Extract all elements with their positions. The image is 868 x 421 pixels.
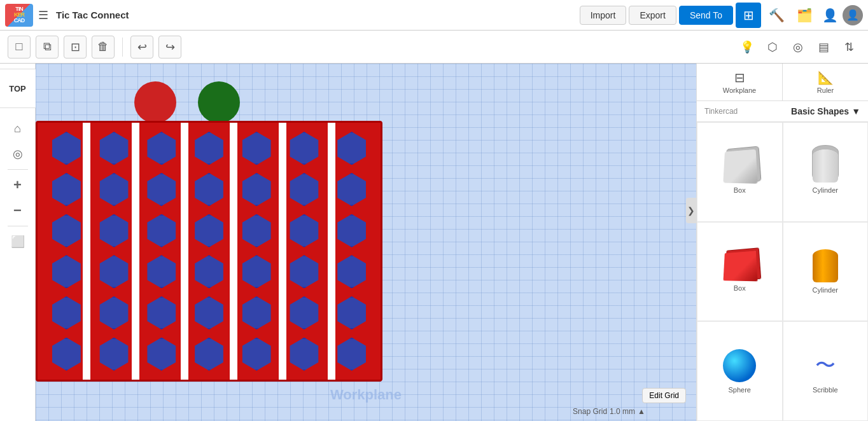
green-piece[interactable] [198, 81, 240, 123]
ortho-icon[interactable]: ⬜ [8, 231, 28, 252]
copy-button[interactable]: ⧉ [36, 36, 59, 59]
hex-cell [186, 211, 232, 250]
new-button[interactable]: □ [8, 36, 31, 59]
cyl-gray-shape [813, 149, 838, 183]
grid-view-icon[interactable]: ⊞ [736, 3, 761, 28]
zoom-in-icon[interactable]: + [8, 175, 28, 195]
toolbar-right-actions: 💡 ⬡ ◎ ▤ ⇅ [725, 36, 860, 59]
shape-box-red[interactable]: Box [697, 222, 783, 322]
hex-cell [329, 294, 374, 333]
ruler-tool-button[interactable]: 📐 Ruler [783, 64, 868, 100]
hex-cell [186, 129, 232, 168]
hex-cell [186, 170, 232, 209]
red-piece[interactable] [134, 81, 176, 123]
hex-hole [97, 255, 130, 288]
delete-button[interactable]: 🗑 [92, 36, 115, 59]
hex-hole [145, 173, 178, 206]
edit-grid-button[interactable]: Edit Grid [642, 388, 686, 403]
hex-hole [50, 173, 83, 206]
project-title: Tic Tac Connect [56, 10, 129, 20]
workplane-tool-button[interactable]: ⊟ Workplane [697, 64, 783, 100]
shapes-header: Tinkercad Basic Shapes ▼ [697, 101, 868, 122]
shape-box-red-label: Box [734, 284, 746, 292]
shape-scribble[interactable]: 〜 Scribble [783, 321, 869, 421]
hex-cell [139, 211, 184, 250]
shape-sphere-blue[interactable]: Sphere [697, 321, 783, 421]
snap-grid-value[interactable]: 1.0 mm [610, 407, 635, 416]
hex-hole [145, 255, 178, 288]
hex-grid [44, 129, 374, 373]
briefcase-icon[interactable]: 🗂️ [792, 3, 817, 28]
hex-hole [335, 338, 368, 371]
hex-cell [329, 170, 374, 209]
hex-hole [97, 338, 130, 371]
shapes-category-label: Tinkercad [704, 107, 738, 116]
canvas-area[interactable]: Workplane Edit Grid Snap Grid 1.0 mm ▲ [36, 64, 696, 421]
hex-hole [50, 255, 83, 288]
document-icon[interactable]: ☰ [38, 8, 48, 22]
shape-icon[interactable]: ⬡ [761, 36, 784, 59]
hex-hole [50, 338, 83, 371]
mirror-icon[interactable]: ⇅ [837, 36, 860, 59]
hex-hole [192, 255, 225, 288]
hex-hole [288, 296, 321, 329]
topbar: TIN KER CAD ☰ Tic Tac Connect Import Exp… [0, 0, 868, 31]
hex-hole [192, 338, 225, 371]
hex-cell [186, 252, 232, 291]
toolbar-separator [122, 38, 123, 57]
hex-hole [335, 296, 368, 329]
shape-box-gray[interactable]: Box [697, 122, 783, 222]
shape-sphere-label: Sphere [729, 386, 751, 394]
game-board[interactable] [36, 121, 382, 382]
duplicate-button[interactable]: ⊡ [64, 36, 87, 59]
hex-hole [50, 132, 83, 165]
hex-cell [139, 252, 184, 291]
shape-scribble-label: Scribble [813, 386, 838, 394]
add-user-button[interactable]: 👤 [820, 5, 840, 25]
hex-cell [186, 294, 232, 333]
toolbar: □ ⧉ ⊡ 🗑 ↩ ↪ 💡 ⬡ ◎ ▤ ⇅ [0, 31, 868, 64]
hex-cell [282, 129, 327, 168]
tinkercad-logo[interactable]: TIN KER CAD [5, 4, 33, 27]
hole-icon[interactable]: ◎ [787, 36, 809, 59]
hex-cell [92, 211, 137, 250]
hex-hole [335, 132, 368, 165]
hex-cell [329, 335, 374, 373]
view-icons: 💡 ⬡ ◎ ▤ ⇅ [736, 36, 860, 59]
hex-cell [92, 252, 137, 291]
import-button[interactable]: Import [580, 6, 627, 25]
lightbulb-icon[interactable]: 💡 [736, 36, 759, 59]
hex-cell [139, 170, 184, 209]
hex-hole [145, 296, 178, 329]
hex-cell [92, 335, 137, 373]
user-avatar[interactable]: 👤 [843, 5, 863, 25]
hex-cell [44, 335, 89, 373]
hex-hole [145, 338, 178, 371]
panel-collapse-handle[interactable]: ❯ [686, 198, 696, 223]
shape-cylinder-orange[interactable]: Cylinder [783, 222, 869, 322]
cursor-icon[interactable]: ◎ [8, 144, 28, 164]
sphere-blue-shape [723, 349, 756, 382]
shape-cylinder-gray[interactable]: Cylinder [783, 122, 869, 222]
hammer-icon[interactable]: 🔨 [764, 3, 789, 28]
shapes-dropdown[interactable]: Basic Shapes ▼ [791, 106, 860, 116]
left-panel: TOP ⌂ ◎ + − ⬜ [0, 64, 36, 421]
snap-grid-arrow[interactable]: ▲ [638, 407, 645, 416]
hex-cell [44, 129, 89, 168]
hex-hole [240, 214, 273, 247]
hex-hole [97, 296, 130, 329]
send-to-button[interactable]: Send To [679, 6, 733, 25]
home-icon[interactable]: ⌂ [8, 118, 28, 139]
hex-hole [97, 173, 130, 206]
undo-button[interactable]: ↩ [130, 36, 153, 59]
hex-hole [192, 132, 225, 165]
redo-button[interactable]: ↪ [158, 36, 181, 59]
hex-cell [282, 211, 327, 250]
right-panel: ⊟ Workplane 📐 Ruler Tinkercad Basic Shap… [696, 64, 868, 421]
zoom-out-icon[interactable]: − [8, 200, 28, 221]
hex-hole [240, 338, 273, 371]
align-icon[interactable]: ▤ [812, 36, 835, 59]
export-button[interactable]: Export [629, 6, 676, 25]
view-cube[interactable]: TOP [0, 69, 38, 108]
hex-cell [282, 335, 327, 373]
